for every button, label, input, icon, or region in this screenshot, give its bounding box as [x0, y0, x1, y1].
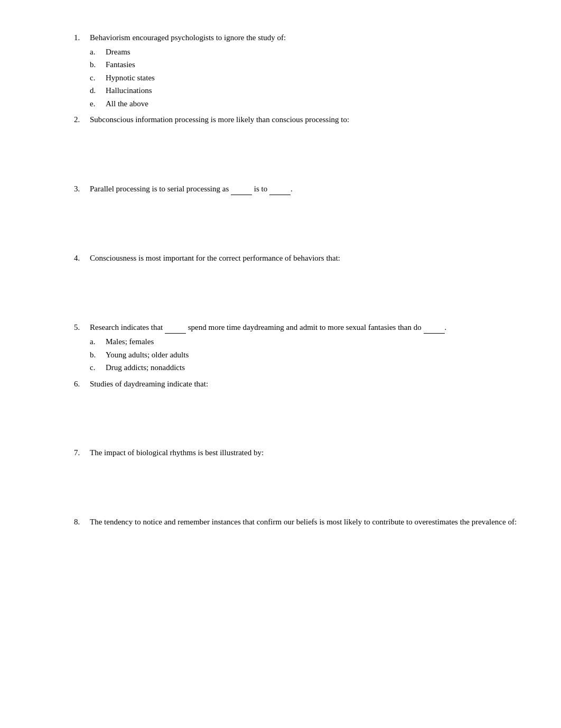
question-6-text: Studies of daydreaming indicate that: [90, 378, 519, 390]
question-7-text: The impact of biological rhythms is best… [90, 447, 519, 459]
list-item: Drug addicts; nonaddicts [90, 362, 519, 374]
spacer-3 [90, 197, 519, 250]
question-5-options: Males; females Young adults; older adult… [90, 336, 519, 374]
blank-5a [165, 321, 186, 334]
list-item: Hallucinations [90, 85, 519, 97]
question-item-1: Behaviorism encouraged psychologists to … [74, 32, 519, 109]
question-item-6: Studies of daydreaming indicate that: [74, 378, 519, 445]
question-item-3: Parallel processing is to serial process… [74, 183, 519, 251]
spacer-4 [90, 266, 519, 319]
list-item: Hypnotic states [90, 72, 519, 84]
spacer-6 [90, 392, 519, 445]
spacer-2 [90, 128, 519, 181]
question-item-2: Subconscious information processing is m… [74, 114, 519, 181]
list-item: Dreams [90, 46, 519, 58]
question-item-8: The tendency to notice and remember inst… [74, 516, 519, 528]
question-1-options: Dreams Fantasies Hypnotic states Halluci… [90, 46, 519, 110]
question-3-text: Parallel processing is to serial process… [90, 183, 519, 196]
list-item: All the above [90, 98, 519, 110]
blank-3a [231, 183, 252, 196]
question-2-text: Subconscious information processing is m… [90, 114, 519, 126]
question-item-7: The impact of biological rhythms is best… [74, 447, 519, 514]
question-1-text: Behaviorism encouraged psychologists to … [90, 32, 519, 44]
question-8-text: The tendency to notice and remember inst… [90, 516, 519, 528]
question-list: Behaviorism encouraged psychologists to … [74, 32, 519, 528]
spacer-7 [90, 461, 519, 514]
question-5-text: Research indicates that spend more time … [90, 321, 519, 334]
blank-5b [424, 321, 445, 334]
question-4-text: Consciousness is most important for the … [90, 252, 519, 264]
question-item-5: Research indicates that spend more time … [74, 321, 519, 374]
blank-3b [269, 183, 291, 196]
question-item-4: Consciousness is most important for the … [74, 252, 519, 319]
list-item: Fantasies [90, 59, 519, 71]
list-item: Males; females [90, 336, 519, 348]
list-item: Young adults; older adults [90, 349, 519, 361]
